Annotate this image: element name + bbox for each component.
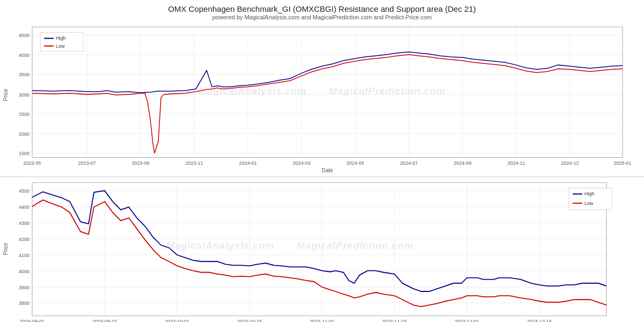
page-container: OMX Copenhagen Benchmark_GI (OMXCBGI) Re… (0, 0, 644, 322)
svg-text:3800: 3800 (19, 301, 30, 306)
svg-text:4300: 4300 (19, 221, 30, 226)
svg-text:2024-11-01: 2024-11-01 (310, 319, 334, 322)
svg-text:2024-12-01: 2024-12-01 (455, 319, 479, 322)
svg-text:4500: 4500 (19, 33, 30, 38)
svg-text:2024-10-15: 2024-10-15 (237, 319, 262, 322)
svg-text:3000: 3000 (19, 92, 30, 98)
svg-text:2024-03: 2024-03 (293, 160, 311, 166)
svg-text:2000: 2000 (19, 131, 30, 137)
chart2-svg: 3800 3900 4000 4100 4200 4300 4400 4500 … (0, 177, 644, 322)
svg-text:2024-09-01: 2024-09-01 (20, 319, 45, 322)
chart1-container: 1500 2000 2500 3000 3500 4000 4500 Price… (0, 21, 644, 177)
svg-text:4200: 4200 (19, 237, 30, 242)
svg-text:2023-07: 2023-07 (78, 160, 96, 166)
svg-text:4400: 4400 (19, 204, 30, 210)
svg-text:2025-01: 2025-01 (614, 160, 632, 166)
svg-text:2024-12-15: 2024-12-15 (527, 319, 552, 322)
header: OMX Copenhagen Benchmark_GI (OMXCBGI) Re… (0, 0, 644, 21)
svg-text:Low: Low (56, 43, 65, 49)
svg-text:2024-05: 2024-05 (347, 160, 364, 166)
svg-text:Price: Price (3, 243, 9, 255)
svg-text:2023-11: 2023-11 (186, 160, 203, 166)
svg-text:4000: 4000 (19, 53, 30, 58)
svg-text:2024-11: 2024-11 (508, 160, 525, 166)
charts-wrapper: 1500 2000 2500 3000 3500 4000 4500 Price… (0, 21, 644, 322)
svg-text:3500: 3500 (19, 72, 30, 77)
svg-text:2024-11-15: 2024-11-15 (382, 319, 407, 322)
svg-text:4100: 4100 (19, 253, 30, 258)
svg-text:2023-09: 2023-09 (132, 160, 150, 166)
svg-text:2023-05: 2023-05 (24, 160, 41, 166)
svg-text:1500: 1500 (19, 151, 30, 156)
svg-text:4000: 4000 (19, 268, 30, 274)
svg-text:3900: 3900 (19, 285, 30, 290)
chart2-container: 3800 3900 4000 4100 4200 4300 4400 4500 … (0, 177, 644, 322)
svg-text:High: High (584, 191, 594, 196)
svg-text:2024-09: 2024-09 (454, 160, 472, 166)
svg-text:Low: Low (584, 201, 594, 206)
svg-text:2024-09-15: 2024-09-15 (92, 319, 117, 322)
svg-text:2024-10-01: 2024-10-01 (165, 319, 189, 322)
header-title: OMX Copenhagen Benchmark_GI (OMXCBGI) Re… (0, 4, 644, 13)
chart1-svg: 1500 2000 2500 3000 3500 4000 4500 Price… (0, 21, 644, 177)
svg-text:2024-07: 2024-07 (400, 160, 418, 166)
svg-text:2024-01: 2024-01 (239, 160, 257, 166)
svg-text:Price: Price (3, 89, 9, 101)
svg-text:High: High (56, 35, 65, 41)
header-subtitle: powered by MagicalAnalysis.com and Magic… (0, 14, 644, 20)
svg-text:2500: 2500 (19, 112, 30, 117)
svg-text:2024-12: 2024-12 (561, 160, 579, 166)
svg-text:Date: Date (321, 167, 333, 173)
svg-text:4500: 4500 (19, 188, 30, 194)
